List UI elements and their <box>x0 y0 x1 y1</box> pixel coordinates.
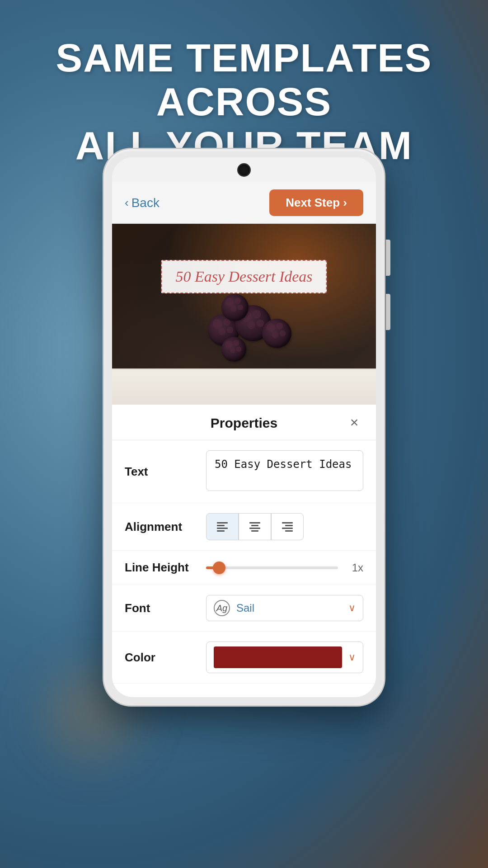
phone-mockup: ‹ Back Next Step › 50 Easy Dessert Ideas <box>104 149 384 705</box>
alignment-label: Alignment <box>125 520 206 534</box>
font-preview-icon: Ag <box>214 600 230 616</box>
properties-title: Properties <box>211 415 277 431</box>
alignment-group <box>206 513 363 540</box>
color-label: Color <box>125 651 206 665</box>
line-height-value: 1x <box>345 561 363 574</box>
align-right-button[interactable] <box>271 513 304 540</box>
font-name: Sail <box>236 602 342 614</box>
next-step-button[interactable]: Next Step › <box>269 189 363 216</box>
line-height-property-row: Line Height 1x <box>112 551 376 585</box>
text-property-row: Text 50 Easy Dessert Ideas <box>112 440 376 503</box>
app-header: ‹ Back Next Step › <box>112 182 376 224</box>
back-button[interactable]: ‹ Back <box>125 196 160 210</box>
color-property-row: Color ∨ <box>112 632 376 684</box>
align-left-icon <box>217 522 228 532</box>
align-center-icon <box>249 522 260 532</box>
properties-header: Properties × <box>112 405 376 440</box>
canvas-area[interactable]: 50 Easy Dessert Ideas <box>112 224 376 405</box>
close-button[interactable]: × <box>345 413 363 431</box>
phone-screen: ‹ Back Next Step › 50 Easy Dessert Ideas <box>112 157 376 697</box>
align-right-icon <box>282 522 293 532</box>
text-control: 50 Easy Dessert Ideas <box>206 450 363 493</box>
font-selector[interactable]: Ag Sail ∨ <box>206 595 363 621</box>
color-swatch <box>214 646 342 668</box>
phone-outer-shell: ‹ Back Next Step › 50 Easy Dessert Ideas <box>104 149 384 705</box>
back-chevron-icon: ‹ <box>125 196 129 210</box>
slider-container: 1x <box>206 561 363 574</box>
slider-thumb[interactable] <box>213 561 225 574</box>
berry-3 <box>262 319 291 348</box>
berry-4 <box>221 337 246 362</box>
font-control: Ag Sail ∨ <box>206 595 363 621</box>
color-control: ∨ <box>206 642 363 673</box>
text-input[interactable]: 50 Easy Dessert Ideas <box>206 450 363 491</box>
align-center-button[interactable] <box>239 513 271 540</box>
font-property-row: Font Ag Sail ∨ <box>112 585 376 632</box>
canvas-text-overlay: 50 Easy Dessert Ideas <box>175 268 312 285</box>
color-chevron-icon: ∨ <box>348 651 356 663</box>
font-chevron-icon: ∨ <box>348 602 356 614</box>
properties-panel: Properties × Text 50 Easy Dessert Ideas … <box>112 405 376 697</box>
berry-group <box>199 292 289 373</box>
line-height-label: Line Height <box>125 561 206 575</box>
text-label: Text <box>125 465 206 479</box>
close-icon: × <box>350 414 359 431</box>
font-label: Font <box>125 601 206 615</box>
alignment-control <box>206 513 363 540</box>
slider-track[interactable] <box>206 566 338 569</box>
phone-notch <box>112 157 376 182</box>
next-step-label: Next Step › <box>286 196 347 210</box>
alignment-property-row: Alignment <box>112 503 376 551</box>
headline-text: SAME TEMPLATES ACROSS ALL YOUR TEAM <box>27 36 461 167</box>
phone-camera <box>239 165 249 175</box>
back-label: Back <box>131 196 160 210</box>
cake-surface <box>112 368 376 405</box>
headline-section: SAME TEMPLATES ACROSS ALL YOUR TEAM <box>0 36 488 167</box>
berry-5 <box>221 294 249 321</box>
align-left-button[interactable] <box>206 513 239 540</box>
color-selector[interactable]: ∨ <box>206 642 363 673</box>
text-overlay-box[interactable]: 50 Easy Dessert Ideas <box>161 260 327 293</box>
line-height-control: 1x <box>206 561 363 574</box>
